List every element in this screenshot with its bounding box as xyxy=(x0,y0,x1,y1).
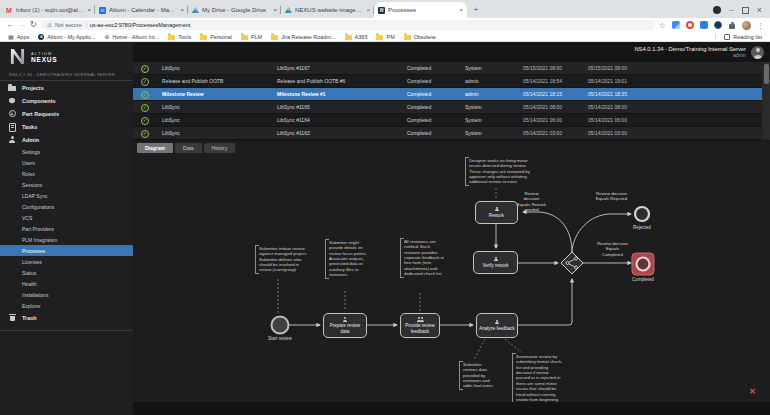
bookmark-apps[interactable]: ▦ Apps xyxy=(8,33,29,40)
browser-menu-icon[interactable]: ⋮ xyxy=(757,21,764,30)
close-window-icon[interactable]: × xyxy=(757,6,762,14)
table-row[interactable]: LibSync LibSync #1167 Completed System 0… xyxy=(133,62,762,75)
sidebar-item-configurations[interactable]: Configurations xyxy=(0,201,133,212)
sidebar-item-part-requests[interactable]: Part Requests xyxy=(0,107,133,120)
maximize-icon[interactable] xyxy=(742,7,749,14)
sidebar-item-components[interactable]: Components xyxy=(0,94,133,107)
browser-profile-avatar[interactable] xyxy=(742,21,751,30)
sidebar-item-trash[interactable]: Trash xyxy=(0,311,133,324)
person-icon xyxy=(343,317,348,322)
server-name: NS4.0.1.34 - Demo/Training Internal Serv… xyxy=(634,46,746,53)
back-icon[interactable]: ← xyxy=(6,20,14,30)
extension-blue-icon[interactable] xyxy=(672,21,680,29)
bookmark-folder-tools[interactable]: Tools xyxy=(168,34,191,40)
table-row-selected[interactable]: Milestone Review Milestone Review #1 Com… xyxy=(133,88,762,101)
sidebar-item-vcs[interactable]: VCS xyxy=(0,212,133,223)
bookmark-folder-a365[interactable]: A365 xyxy=(345,34,368,40)
browser-tab-inbox[interactable]: Inbox (1) - sujin.ooi@altium.co × xyxy=(2,2,95,18)
profile-badge-icon[interactable] xyxy=(713,6,721,14)
sidebar-item-label: VCS xyxy=(22,215,32,221)
browser-tab-nexus-images[interactable]: NEXUS website images - Googl × xyxy=(281,2,374,18)
sidebar-item-settings[interactable]: Settings xyxy=(0,146,133,157)
extensions-puzzle-icon[interactable] xyxy=(728,21,736,29)
sidebar-item-status[interactable]: Status xyxy=(0,267,133,278)
tab-diagram[interactable]: Diagram xyxy=(137,143,173,153)
browser-tab-drive[interactable]: My Drive - Google Drive × xyxy=(188,2,281,18)
cell-process: LibSync xyxy=(162,127,180,140)
sidebar-item-admin[interactable]: Admin xyxy=(0,133,133,146)
table-row[interactable]: LibSync LibSync #1164 Completed System 0… xyxy=(133,114,762,127)
sidebar-item-plm-integration[interactable]: PLM Integration xyxy=(0,234,133,245)
bookmark-label: Jira Release Roadm... xyxy=(281,34,335,40)
task-analyze-feedback[interactable]: Analyze feedback xyxy=(476,313,518,338)
start-event-node[interactable] xyxy=(272,317,289,334)
tab-close-icon[interactable]: × xyxy=(87,7,91,13)
minimize-icon[interactable]: – xyxy=(729,6,733,14)
table-row[interactable]: LibSync LibSync #1165 Completed System 0… xyxy=(133,101,762,114)
bookmark-label: Tools xyxy=(178,34,191,40)
bookmark-folder-obsolete[interactable]: Obsolete xyxy=(404,34,436,40)
sidebar-item-users[interactable]: Users xyxy=(0,157,133,168)
person-icon xyxy=(493,257,498,262)
sidebar-item-roles[interactable]: Roles xyxy=(0,168,133,179)
sidebar-item-label: Health xyxy=(22,281,36,287)
extension-navy-icon[interactable] xyxy=(714,21,722,29)
tab-close-icon[interactable]: × xyxy=(180,7,184,13)
folder-icon xyxy=(404,35,411,40)
app-logo[interactable]: ALTIUM NEXUS xyxy=(0,43,133,70)
sidebar-item-sessions[interactable]: Sessions xyxy=(0,179,133,190)
forward-icon[interactable]: → xyxy=(18,20,26,30)
extension-lightblue-icon[interactable] xyxy=(700,21,708,29)
tab-close-icon[interactable]: × xyxy=(273,7,277,13)
tab-history[interactable]: History xyxy=(204,143,236,153)
sidebar-item-explorer[interactable]: Explorer xyxy=(0,300,133,311)
bookmark-label: Apps xyxy=(17,34,30,40)
browser-tab-calendar[interactable]: Altium - Calendar - May 2021 × xyxy=(95,2,188,18)
bookmark-home-altium[interactable]: ⊕ Home - Altium Int... xyxy=(105,33,160,40)
table-row[interactable]: LibSync LibSync #1163 Completed System 0… xyxy=(133,127,762,140)
sidebar-item-licenses[interactable]: Licenses xyxy=(0,256,133,267)
gateway-diamond[interactable] xyxy=(561,252,583,274)
task-rework[interactable]: Rework xyxy=(475,201,518,224)
task-provide-review-feedback[interactable]: Provide review feedback xyxy=(400,313,440,338)
bookmark-folder-jira[interactable]: Jira Release Roadm... xyxy=(271,34,335,40)
bookmark-folder-plm[interactable]: PLM xyxy=(241,34,262,40)
sidebar-item-health[interactable]: Health xyxy=(0,278,133,289)
task-verify-rework[interactable]: Verify rework xyxy=(473,251,518,274)
user-avatar[interactable] xyxy=(751,46,764,59)
sidebar-item-processes[interactable]: Processes xyxy=(0,245,133,256)
cell-started-by: System xyxy=(465,101,482,114)
completed-end-node[interactable] xyxy=(637,258,650,271)
address-bar[interactable]: ⚠ Not secure us-ae-eoc2:9780/ProcessesMa… xyxy=(41,20,655,30)
close-icon[interactable]: ✕ xyxy=(749,388,756,396)
sidebar-item-installations[interactable]: Installations xyxy=(0,289,133,300)
bookmark-folder-personal[interactable]: Personal xyxy=(200,34,232,40)
sidebar-item-label: Status xyxy=(22,270,36,276)
sidebar-item-projects[interactable]: Projects xyxy=(0,81,133,94)
bookmark-folder-pm[interactable]: PM xyxy=(376,34,394,40)
browser-toolbar: ← → ↻ ⚠ Not secure us-ae-eoc2:9780/Proce… xyxy=(0,18,770,32)
bookmark-label: PM xyxy=(386,34,394,40)
task-prepare-review-data[interactable]: Prepare review data xyxy=(323,313,367,338)
tab-close-icon[interactable]: × xyxy=(366,7,370,13)
reading-list-button[interactable]: Reading list xyxy=(715,34,762,40)
table-scrollbar[interactable] xyxy=(762,62,770,140)
rejected-end-node[interactable] xyxy=(635,207,649,221)
new-tab-button[interactable]: + xyxy=(471,5,481,15)
sidebar-item-part-providers[interactable]: Part Providers xyxy=(0,223,133,234)
bookmark-altium-apps[interactable]: A Altium - My Applic... xyxy=(38,34,95,40)
bookmark-star-icon[interactable]: ☆ xyxy=(659,21,666,30)
url-text[interactable]: us-ae-eoc2:9780/ProcessesManagement xyxy=(90,22,191,28)
extension-red-icon[interactable] xyxy=(686,21,694,29)
security-chip[interactable]: Not secure xyxy=(55,22,87,28)
part-request-icon xyxy=(8,110,16,118)
status-completed-icon xyxy=(141,117,149,125)
browser-tab-processes[interactable]: Processes × xyxy=(374,2,467,18)
sidebar-item-tasks[interactable]: Tasks xyxy=(0,120,133,133)
sidebar-item-ldap-sync[interactable]: LDAP Sync xyxy=(0,190,133,201)
table-scrollbar-thumb[interactable] xyxy=(764,64,769,84)
tab-data[interactable]: Data xyxy=(175,143,202,153)
tab-close-icon[interactable]: × xyxy=(459,7,463,13)
table-row[interactable]: Release and Publish OOTB Release and Pub… xyxy=(133,75,762,88)
reload-icon[interactable]: ↻ xyxy=(30,20,37,30)
